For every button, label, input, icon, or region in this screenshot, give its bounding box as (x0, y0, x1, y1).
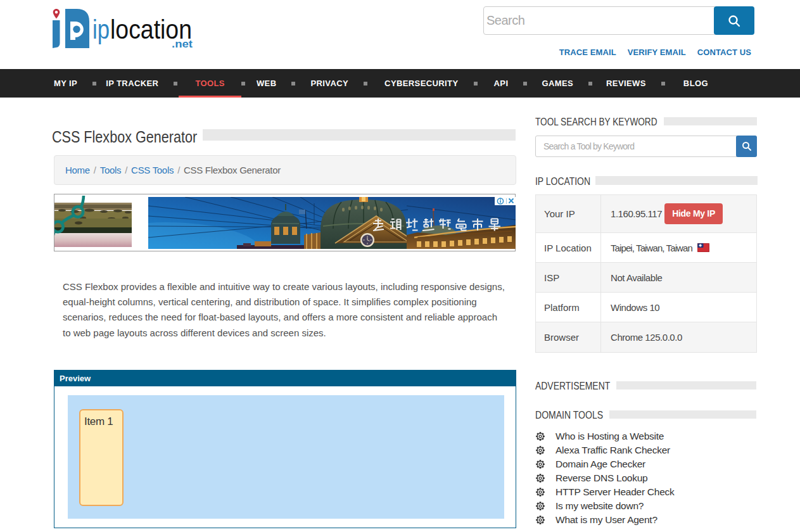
svg-text:ip: ip (92, 15, 110, 44)
svg-text:.net: .net (172, 38, 193, 50)
